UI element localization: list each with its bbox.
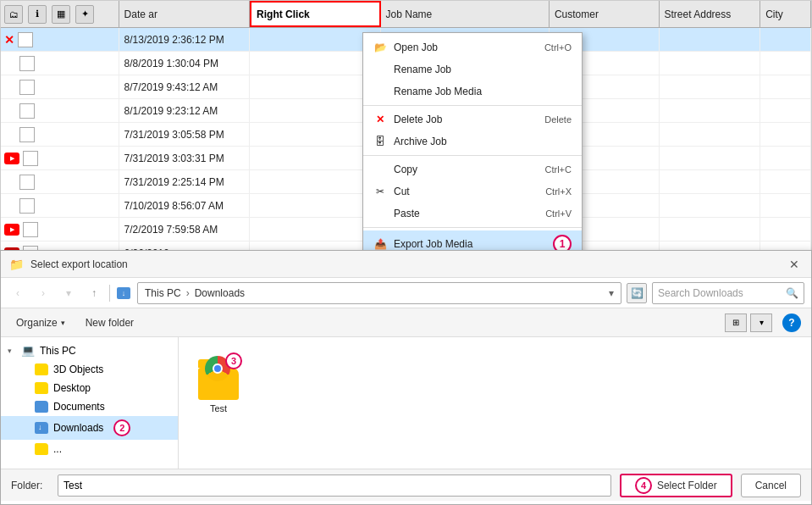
row-checkbox[interactable]	[19, 127, 35, 142]
row-checkbox[interactable]	[19, 175, 35, 190]
help-button[interactable]: ?	[782, 314, 801, 332]
desktop-label: Desktop	[53, 382, 91, 394]
new-folder-button[interactable]: New folder	[80, 314, 139, 332]
up-button[interactable]: ↑	[84, 283, 104, 303]
row-city	[760, 99, 811, 122]
dialog-close-button[interactable]: ✕	[786, 256, 803, 273]
row-checkbox[interactable]	[19, 103, 35, 119]
more-folder-icon	[35, 443, 48, 455]
ctx-delete-job-label: Delete Job	[394, 114, 442, 125]
view-grid-button[interactable]: ⊞	[725, 314, 747, 332]
sidebar-item-3d-objects[interactable]: 3D Objects	[1, 360, 178, 379]
row-icons	[1, 147, 119, 169]
address-dropdown-icon[interactable]: ▾	[609, 287, 614, 299]
ctx-archive-job[interactable]: 🗄 Archive Job	[363, 130, 582, 153]
row-checkbox[interactable]	[19, 56, 35, 71]
sidebar-item-downloads[interactable]: Downloads 2	[1, 416, 178, 440]
ctx-rename-job-media-label: Rename Job Media	[394, 86, 482, 97]
th-customer[interactable]: Customer	[550, 1, 660, 27]
organize-button[interactable]: Organize ▾	[11, 314, 70, 332]
row-street	[660, 28, 761, 51]
ctx-paste-shortcut: Ctrl+V	[545, 208, 572, 219]
dialog-titlebar: 📁 Select export location ✕	[1, 251, 811, 278]
breadcrumb-downloads: Downloads	[195, 287, 245, 299]
test-folder-container: 3	[195, 352, 242, 400]
row-icons	[1, 123, 119, 146]
3d-objects-label: 3D Objects	[53, 363, 103, 375]
folder-input[interactable]	[58, 474, 611, 497]
youtube-icon	[4, 224, 19, 236]
sidebar-item-more[interactable]: ...	[1, 440, 178, 458]
sidebar-item-documents[interactable]: Documents	[1, 397, 178, 416]
new-folder-label: New folder	[86, 317, 134, 329]
ctx-open-job-label: Open Job	[394, 42, 438, 53]
sidebar-item-desktop[interactable]: Desktop	[1, 379, 178, 397]
toolbar-icon-3[interactable]: ▦	[52, 5, 70, 24]
ctx-copy-label: Copy	[394, 164, 417, 175]
row-street	[660, 218, 761, 241]
th-right-click[interactable]: Right Click	[250, 1, 381, 27]
breadcrumb-separator: ›	[186, 287, 190, 299]
table-header: 🗂 ℹ ▦ ✦ Date ar Right Click Job Name Cus…	[1, 1, 811, 28]
file-item-test[interactable]: 3 Test	[189, 347, 248, 419]
row-checkbox[interactable]	[19, 198, 35, 214]
ctx-separator-3	[363, 227, 582, 228]
row-icons	[1, 52, 119, 75]
recent-button[interactable]: ▾	[58, 283, 79, 303]
view-dropdown-button[interactable]: ▾	[750, 314, 772, 332]
ctx-separator-1	[363, 105, 582, 106]
ctx-rename-job-media[interactable]: Rename Job Media	[363, 80, 582, 103]
th-date[interactable]: Date ar	[119, 1, 251, 27]
youtube-icon	[4, 153, 19, 164]
downloads-label: Downloads	[53, 422, 103, 434]
row-checkbox[interactable]	[23, 151, 38, 166]
back-button[interactable]: ‹	[8, 283, 28, 303]
row-checkbox[interactable]	[18, 32, 33, 47]
ctx-delete-job[interactable]: ✕ Delete Job Delete	[363, 108, 582, 130]
ctx-paste-label: Paste	[394, 208, 420, 219]
row-right-click	[250, 218, 381, 241]
row-icons	[1, 99, 119, 122]
ctx-paste[interactable]: Paste Ctrl+V	[363, 203, 582, 225]
refresh-button[interactable]: 🔄	[627, 283, 647, 303]
toolbar-icon-4[interactable]: ✦	[75, 5, 94, 24]
row-street	[660, 170, 761, 193]
ctx-copy[interactable]: Copy Ctrl+C	[363, 158, 582, 180]
sidebar-item-this-pc[interactable]: ▾ 💻 This PC	[1, 341, 178, 360]
breadcrumb-this-pc: This PC	[145, 287, 181, 299]
row-right-click	[250, 194, 381, 217]
view-toggle: ⊞ ▾	[725, 314, 772, 332]
organize-dropdown-icon: ▾	[61, 319, 65, 327]
expand-this-pc-icon: ▾	[8, 347, 16, 355]
th-job-name[interactable]: Job Name	[381, 1, 550, 27]
cancel-button[interactable]: Cancel	[741, 474, 801, 497]
address-bar[interactable]: This PC › Downloads ▾	[137, 282, 621, 304]
row-date: 7/2/2019 7:59:58 AM	[119, 218, 251, 241]
th-street-address[interactable]: Street Address	[660, 1, 761, 27]
computer-icon: 💻	[21, 344, 35, 357]
row-date: 7/31/2019 3:05:58 PM	[119, 123, 251, 146]
select-folder-button[interactable]: 4 Select Folder	[620, 474, 732, 497]
forward-button[interactable]: ›	[33, 283, 53, 303]
ctx-cut[interactable]: ✂ Cut Ctrl+X	[363, 180, 582, 203]
chrome-inner-circle	[213, 363, 223, 374]
row-right-click	[250, 147, 381, 169]
row-city	[760, 147, 811, 169]
row-icons	[1, 170, 119, 193]
file-dialog: 📁 Select export location ✕ ‹ › ▾ ↑ ↓ Thi…	[0, 250, 812, 505]
row-checkbox[interactable]	[23, 222, 38, 237]
test-folder-badge: 3	[225, 352, 242, 369]
ctx-open-job[interactable]: 📂 Open Job Ctrl+O	[363, 36, 582, 58]
toolbar-icon-1[interactable]: 🗂	[4, 5, 23, 24]
open-job-icon: 📂	[373, 41, 387, 54]
th-city[interactable]: City	[760, 1, 811, 27]
documents-folder-icon	[35, 401, 48, 413]
row-checkbox[interactable]	[19, 80, 35, 95]
test-folder-label: Test	[210, 403, 227, 413]
row-date: 8/1/2019 9:23:12 AM	[119, 99, 251, 122]
ctx-cut-shortcut: Ctrl+X	[545, 186, 572, 197]
search-box[interactable]: Search Downloads 🔍	[652, 282, 804, 304]
toolbar-icon-2[interactable]: ℹ	[28, 5, 47, 24]
ctx-rename-job[interactable]: Rename Job	[363, 58, 582, 80]
ctx-export-job-media-label: Export Job Media	[394, 238, 472, 250]
